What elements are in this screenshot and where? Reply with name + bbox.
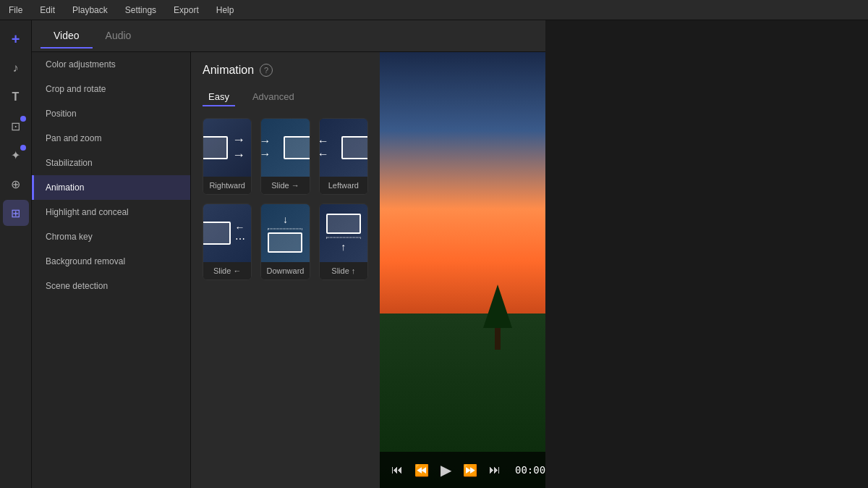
- anim-box-up: [326, 214, 361, 234]
- content-panel: Video Audio Color adjustments Crop and r…: [32, 20, 545, 488]
- time-display: 00:00:21: [515, 464, 545, 476]
- anim-preview-downward: ↓: [261, 204, 309, 262]
- preview-area: ⏮ ⏪ ▶ ⏩ ⏭ 00:00:21.139 16:9 4:3 1:1 🔊 📷 …: [380, 52, 545, 488]
- anim-label-downward: Downward: [261, 262, 309, 279]
- anim-box: [203, 136, 228, 159]
- anim-label-slide-right: Slide →: [261, 177, 309, 194]
- anim-arrow-slide: → →: [260, 135, 279, 161]
- tree-top: [483, 285, 512, 328]
- subtab-easy[interactable]: Easy: [203, 88, 235, 106]
- step-back-btn[interactable]: ⏪: [412, 460, 432, 480]
- prop-animation[interactable]: Animation: [32, 175, 190, 200]
- anim-label-leftward: Leftward: [320, 177, 367, 194]
- main-area: + ♪ T ⊡ ✦ ⊕ ⊞ Video Audio Color adjustme…: [0, 20, 868, 488]
- animation-grid: → → Rightward → → Slide →: [203, 118, 368, 280]
- anim-arrow-right: → →: [232, 132, 252, 163]
- anim-preview-rightward: → →: [203, 119, 251, 177]
- prop-stabilization[interactable]: Stabilization: [32, 151, 190, 175]
- prop-scene-detection[interactable]: Scene detection: [32, 274, 190, 298]
- tab-video[interactable]: Video: [41, 24, 93, 49]
- sidebar-tools-btn[interactable]: ⊞: [3, 200, 29, 226]
- anim-label-slide-left: Slide ←: [203, 262, 251, 279]
- anim-label-slide-up: Slide ↑: [320, 262, 367, 279]
- anim-preview-leftward: ← ←: [320, 119, 367, 177]
- menu-settings[interactable]: Settings: [116, 2, 165, 18]
- anim-card-slide-up[interactable]: ↑ Slide ↑: [319, 203, 368, 280]
- anim-preview-slide-left: ← ⋯: [203, 204, 251, 262]
- anim-arrow-left: ← ←: [319, 135, 338, 161]
- sidebar-add-btn[interactable]: +: [3, 26, 29, 52]
- fx-badge: [20, 145, 26, 151]
- anim-arrow-sl: ← ⋯: [235, 222, 252, 245]
- sidebar-music-btn[interactable]: ♪: [3, 55, 29, 81]
- skip-start-btn[interactable]: ⏮: [388, 460, 406, 479]
- subtab-advanced[interactable]: Advanced: [247, 88, 300, 106]
- prop-chroma-key[interactable]: Chroma key: [32, 224, 190, 249]
- anim-box-down: [268, 232, 302, 253]
- anim-arrow-down: ↓: [283, 214, 288, 225]
- anim-arrow-up: ↑: [341, 241, 346, 253]
- tree-trunk: [495, 328, 501, 350]
- panel-row: Color adjustments Crop and rotate Positi…: [32, 52, 545, 488]
- sidebar-text-btn[interactable]: T: [3, 84, 29, 110]
- prop-pan-zoom[interactable]: Pan and zoom: [32, 126, 190, 151]
- prop-background-removal[interactable]: Background removal: [32, 249, 190, 274]
- tab-audio[interactable]: Audio: [93, 24, 145, 49]
- animation-header: Animation ?: [203, 64, 368, 77]
- scene-preview: [380, 52, 545, 488]
- prop-color-adjustments[interactable]: Color adjustments: [32, 52, 190, 77]
- animation-subtabs: Easy Advanced: [203, 88, 368, 106]
- sidebar-fx-btn[interactable]: ✦: [3, 142, 29, 168]
- anim-box-slide: [284, 136, 310, 159]
- properties-sidebar: Color adjustments Crop and rotate Positi…: [32, 52, 191, 488]
- anim-card-slide-right[interactable]: → → Slide →: [260, 118, 310, 195]
- anim-card-slide-left[interactable]: ← ⋯ Slide ←: [203, 203, 252, 280]
- menu-export[interactable]: Export: [165, 2, 208, 18]
- skip-end-btn[interactable]: ⏭: [486, 460, 503, 479]
- play-btn[interactable]: ▶: [438, 458, 454, 481]
- transition-badge: [20, 116, 26, 122]
- tab-bar: Video Audio: [32, 20, 545, 52]
- menu-edit[interactable]: Edit: [31, 2, 64, 18]
- anim-box-left: [341, 136, 368, 159]
- prop-crop-rotate[interactable]: Crop and rotate: [32, 77, 190, 101]
- preview-controls: ⏮ ⏪ ▶ ⏩ ⏭ 00:00:21.139 16:9 4:3 1:1 🔊 📷 …: [380, 452, 545, 488]
- anim-preview-slide-right: → →: [261, 119, 309, 177]
- sidebar-transition-btn[interactable]: ⊡: [3, 113, 29, 139]
- prop-position[interactable]: Position: [32, 101, 190, 126]
- anim-card-downward[interactable]: ↓ Downward: [260, 203, 310, 280]
- menu-help[interactable]: Help: [208, 2, 243, 18]
- icon-sidebar: + ♪ T ⊡ ✦ ⊕ ⊞: [0, 20, 32, 488]
- step-forward-btn[interactable]: ⏩: [460, 460, 480, 480]
- menu-playback[interactable]: Playback: [64, 2, 116, 18]
- menubar: File Edit Playback Settings Export Help: [0, 0, 868, 20]
- anim-box-sl: [203, 222, 231, 245]
- sidebar-sticker-btn[interactable]: ⊕: [3, 171, 29, 197]
- animation-title: Animation: [203, 64, 254, 77]
- anim-card-rightward[interactable]: → → Rightward: [203, 118, 252, 195]
- help-icon[interactable]: ?: [260, 64, 273, 77]
- menu-file[interactable]: File: [0, 2, 31, 18]
- prop-highlight-conceal[interactable]: Highlight and conceal: [32, 200, 190, 224]
- tree: [483, 292, 512, 350]
- anim-preview-slide-up: ↑: [320, 204, 367, 262]
- anim-label-rightward: Rightward: [203, 177, 251, 194]
- sky-gradient: [380, 52, 545, 314]
- anim-card-leftward[interactable]: ← ← Leftward: [319, 118, 368, 195]
- animation-panel: Animation ? Easy Advanced → →: [191, 52, 380, 488]
